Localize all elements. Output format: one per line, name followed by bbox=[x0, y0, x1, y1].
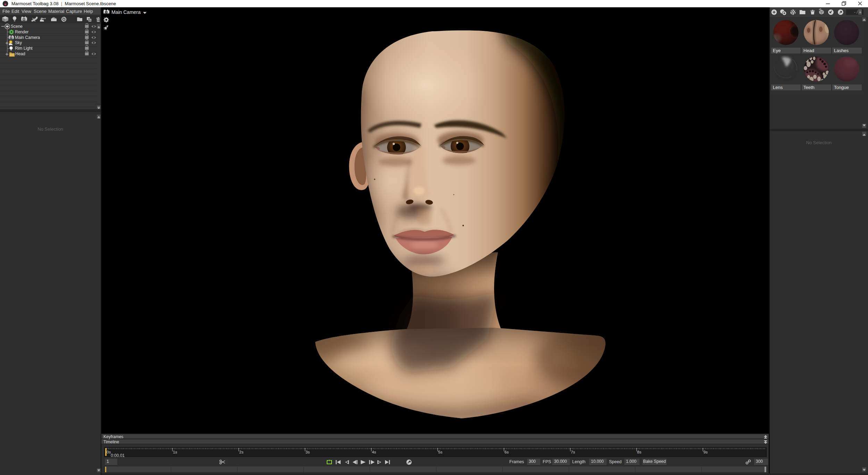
svg-text:Tongue: Tongue bbox=[834, 85, 849, 90]
svg-text:Lashes: Lashes bbox=[834, 48, 849, 53]
svg-text:+: + bbox=[859, 10, 861, 14]
svg-text:Head: Head bbox=[803, 48, 814, 53]
svg-text:Teeth: Teeth bbox=[803, 85, 815, 90]
svg-text:- /: - / bbox=[854, 10, 858, 15]
svg-text:Eye: Eye bbox=[773, 48, 781, 53]
svg-text:Lens: Lens bbox=[773, 85, 783, 90]
